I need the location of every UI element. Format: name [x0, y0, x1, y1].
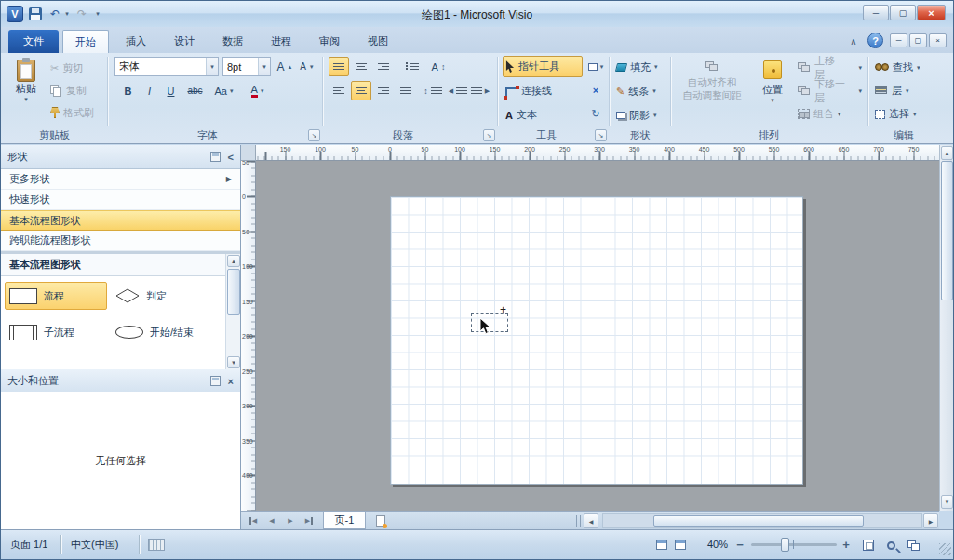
pointer-tool-button[interactable]: 指针工具	[503, 56, 583, 77]
scroll-right-icon[interactable]: ▶	[923, 513, 938, 528]
maximize-button[interactable]: ▢	[890, 5, 916, 20]
align-left-button[interactable]	[329, 81, 349, 100]
align-right-button[interactable]	[373, 81, 394, 100]
align-middle-button[interactable]	[351, 57, 371, 76]
next-page-button[interactable]: ▶	[282, 513, 299, 528]
text-block-tool-button[interactable]: ↻	[584, 104, 607, 124]
previous-page-button[interactable]: ◀	[263, 513, 280, 528]
stencil-scrollbar[interactable]: ▲ ▼	[225, 254, 240, 369]
master-subprocess[interactable]: 子流程	[5, 318, 107, 346]
font-size-combo[interactable]: 8pt ▾	[222, 57, 271, 76]
pane-splitter-handle[interactable]	[576, 515, 581, 527]
drawing-page[interactable]	[390, 196, 803, 485]
close-button[interactable]: ×	[917, 5, 946, 20]
stencil-scroll-thumb[interactable]	[227, 269, 240, 315]
bold-button[interactable]: B	[118, 81, 138, 100]
copy-button[interactable]: 复制	[47, 81, 105, 100]
strikethrough-button[interactable]: abc	[182, 81, 208, 100]
quick-shapes-item[interactable]: 快速形状	[1, 190, 240, 210]
align-bottom-button[interactable]	[373, 57, 394, 76]
shrink-font-button[interactable]: A▼	[297, 57, 317, 76]
resize-grip[interactable]	[939, 543, 951, 555]
insert-page-button[interactable]	[371, 513, 390, 528]
minimize-button[interactable]: ─	[863, 5, 889, 20]
master-process[interactable]: 流程	[5, 282, 107, 310]
pan-zoom-window-icon[interactable]	[672, 538, 689, 552]
page-indicator[interactable]: 页面 1/1	[10, 530, 47, 559]
stencil-tab-cross-functional[interactable]: 跨职能流程图形状	[1, 231, 240, 251]
layers-button[interactable]: 层▾	[872, 81, 937, 100]
fit-page-button[interactable]	[859, 537, 878, 553]
text-direction-button[interactable]: A↕	[427, 57, 450, 76]
shadow-button[interactable]: 阴影▾	[613, 105, 667, 126]
horizontal-scrollbar[interactable]	[602, 513, 922, 528]
connection-point-tool-button[interactable]: ×	[584, 80, 607, 100]
align-center-button[interactable]	[351, 81, 371, 100]
grow-font-button[interactable]: A▲	[275, 57, 295, 76]
group-button[interactable]: 组合▾	[795, 104, 865, 124]
stencil-scroll-down-icon[interactable]: ▼	[227, 356, 240, 368]
connector-tool-button[interactable]: 连接线	[503, 80, 583, 101]
page-tab-1[interactable]: 页-1	[323, 512, 366, 529]
zoom-slider-thumb[interactable]	[781, 538, 789, 552]
master-start-end[interactable]: 开始/结束	[111, 318, 213, 346]
line-button[interactable]: ✎ 线条▾	[613, 81, 667, 101]
select-button[interactable]: 选择▾	[872, 104, 937, 124]
master-decision[interactable]: 判定	[111, 282, 213, 310]
font-size-dropdown-icon[interactable]: ▾	[258, 58, 270, 75]
line-spacing-button[interactable]: ↕	[422, 81, 444, 100]
doc-minimize-button[interactable]: ─	[890, 33, 907, 47]
last-page-button[interactable]: ▶	[301, 513, 317, 528]
rectangle-tool-button[interactable]: ▾	[584, 57, 607, 76]
scroll-down-icon[interactable]: ▼	[941, 495, 953, 509]
input-method-icon[interactable]	[148, 539, 165, 551]
bring-forward-button[interactable]: 上移一层▾	[795, 58, 865, 77]
collapse-panel-icon[interactable]: <	[228, 152, 234, 163]
format-painter-button[interactable]: 格式刷	[47, 103, 105, 122]
first-page-button[interactable]: ◀	[245, 513, 262, 528]
font-color-button[interactable]: A ▾	[243, 81, 272, 100]
zoom-level[interactable]: 40%	[694, 530, 728, 559]
tab-data[interactable]: 数据	[209, 30, 256, 53]
tab-view[interactable]: 视图	[355, 30, 401, 53]
vertical-scrollbar[interactable]: ▲ ▼	[939, 145, 953, 511]
minimize-ribbon-icon[interactable]: ∧	[843, 33, 864, 49]
more-shapes-item[interactable]: 更多形状 ▶	[1, 169, 240, 190]
doc-close-button[interactable]: ×	[929, 33, 947, 47]
increase-indent-button[interactable]: ▶	[470, 81, 490, 100]
tab-file[interactable]: 文件	[8, 30, 59, 53]
position-button[interactable]: 位置 ▾	[753, 55, 792, 126]
float-panel-icon[interactable]	[210, 376, 221, 386]
tab-home[interactable]: 开始	[62, 30, 109, 53]
close-panel-icon[interactable]: ×	[228, 376, 234, 387]
font-name-dropdown-icon[interactable]: ▾	[206, 58, 218, 75]
scroll-up-icon[interactable]: ▲	[941, 146, 953, 160]
bullets-button[interactable]	[401, 57, 423, 76]
find-button[interactable]: 查找▾	[872, 58, 937, 77]
tab-review[interactable]: 审阅	[306, 30, 353, 53]
paragraph-dialog-launcher[interactable]: ↘	[483, 129, 495, 141]
align-top-button[interactable]	[329, 57, 349, 76]
horizontal-scroll-thumb[interactable]	[653, 515, 864, 527]
macro-record-icon[interactable]	[653, 538, 670, 552]
cut-button[interactable]: ✂ 剪切	[47, 59, 105, 77]
font-dialog-launcher[interactable]: ↘	[308, 129, 320, 141]
canvas[interactable]: +	[256, 161, 939, 511]
language-indicator[interactable]: 中文(中国)	[71, 530, 118, 559]
decrease-indent-button[interactable]: ◀	[448, 81, 468, 100]
tab-process[interactable]: 进程	[258, 30, 304, 53]
auto-align-button[interactable]: 自动对齐和 自动调整间距	[675, 55, 749, 126]
tab-insert[interactable]: 插入	[113, 30, 159, 53]
tab-design[interactable]: 设计	[161, 30, 208, 53]
switch-windows-button[interactable]	[904, 537, 922, 553]
float-panel-icon[interactable]	[210, 152, 221, 162]
vertical-scroll-thumb[interactable]	[941, 161, 953, 300]
justify-button[interactable]	[396, 81, 416, 100]
tools-dialog-launcher[interactable]: ↘	[595, 129, 607, 141]
send-backward-button[interactable]: 下移一层▾	[795, 81, 865, 100]
help-icon[interactable]: ?	[867, 33, 883, 48]
doc-restore-button[interactable]: ▢	[909, 33, 927, 47]
zoom-in-icon[interactable]: +	[839, 530, 853, 559]
scroll-left-icon[interactable]: ◀	[584, 513, 598, 528]
zoom-dialog-button[interactable]	[881, 537, 900, 553]
